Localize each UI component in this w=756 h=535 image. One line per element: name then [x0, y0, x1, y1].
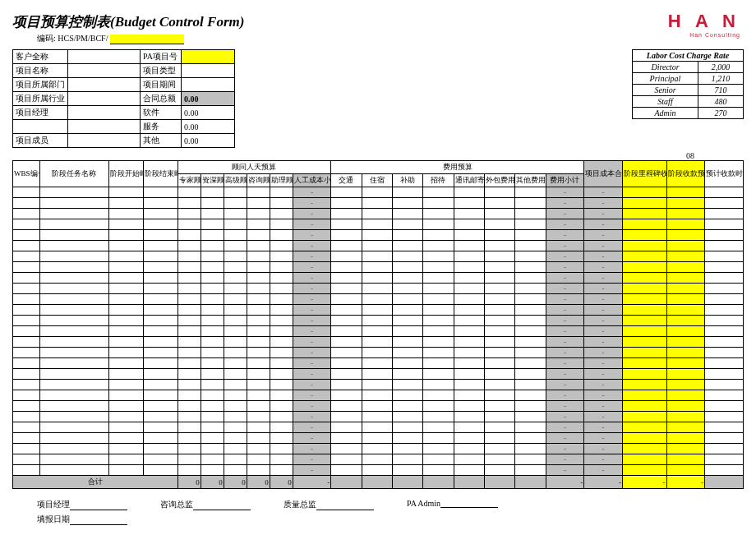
- cell[interactable]: [622, 422, 666, 433]
- cell[interactable]: [331, 294, 362, 305]
- cell[interactable]: [224, 326, 247, 337]
- cell[interactable]: [484, 380, 514, 390]
- cell[interactable]: [108, 358, 143, 369]
- cell[interactable]: [705, 433, 744, 444]
- cell[interactable]: [515, 412, 546, 422]
- cell[interactable]: [622, 219, 666, 230]
- cell[interactable]: [484, 369, 514, 380]
- cell[interactable]: [423, 412, 454, 422]
- cell[interactable]: [454, 380, 484, 390]
- cell[interactable]: [484, 390, 514, 401]
- cell[interactable]: [224, 412, 247, 422]
- cell[interactable]: [108, 337, 143, 348]
- cell[interactable]: [143, 273, 177, 284]
- cell[interactable]: [392, 433, 422, 444]
- cell[interactable]: [622, 433, 666, 444]
- cell[interactable]: [143, 390, 177, 401]
- cell[interactable]: [622, 209, 666, 219]
- cell[interactable]: [331, 422, 362, 433]
- cell[interactable]: [515, 465, 546, 476]
- cell[interactable]: [392, 401, 422, 412]
- cell[interactable]: [515, 294, 546, 305]
- cell[interactable]: [201, 412, 224, 422]
- cell[interactable]: [143, 219, 177, 230]
- cell[interactable]: [270, 230, 293, 241]
- cell[interactable]: [39, 251, 108, 262]
- cell[interactable]: [143, 422, 177, 433]
- cell[interactable]: [224, 401, 247, 412]
- cell[interactable]: [13, 273, 40, 284]
- cell[interactable]: [392, 294, 422, 305]
- cell[interactable]: [39, 337, 108, 348]
- cell[interactable]: [224, 262, 247, 273]
- cell[interactable]: [108, 444, 143, 454]
- cell[interactable]: [515, 337, 546, 348]
- cell[interactable]: [201, 433, 224, 444]
- info-value2[interactable]: [182, 78, 235, 92]
- cell[interactable]: [622, 465, 666, 476]
- cell[interactable]: [484, 348, 514, 358]
- cell[interactable]: [622, 390, 666, 401]
- cell[interactable]: [362, 369, 392, 380]
- cell[interactable]: [515, 251, 546, 262]
- cell[interactable]: [177, 209, 201, 219]
- cell[interactable]: [177, 273, 201, 284]
- cell[interactable]: [177, 348, 201, 358]
- cell[interactable]: [177, 465, 201, 476]
- cell[interactable]: [392, 358, 422, 369]
- cell[interactable]: [705, 454, 744, 465]
- cell[interactable]: [13, 230, 40, 241]
- cell[interactable]: [13, 390, 40, 401]
- cell[interactable]: [666, 241, 705, 251]
- cell[interactable]: [666, 369, 705, 380]
- cell[interactable]: [331, 241, 362, 251]
- cell[interactable]: [177, 369, 201, 380]
- cell[interactable]: [392, 454, 422, 465]
- cell[interactable]: [108, 209, 143, 219]
- cell[interactable]: [13, 251, 40, 262]
- cell[interactable]: [143, 198, 177, 209]
- cell[interactable]: [423, 454, 454, 465]
- cell[interactable]: [270, 262, 293, 273]
- cell[interactable]: [666, 284, 705, 294]
- cell[interactable]: [143, 187, 177, 198]
- cell[interactable]: [362, 454, 392, 465]
- cell[interactable]: [201, 294, 224, 305]
- cell[interactable]: [515, 433, 546, 444]
- cell[interactable]: [705, 273, 744, 284]
- cell[interactable]: [423, 444, 454, 454]
- cell[interactable]: [454, 401, 484, 412]
- cell[interactable]: [39, 348, 108, 358]
- cell[interactable]: [177, 412, 201, 422]
- cell[interactable]: [362, 326, 392, 337]
- cell[interactable]: [331, 454, 362, 465]
- cell[interactable]: [392, 422, 422, 433]
- cell[interactable]: [201, 337, 224, 348]
- cell[interactable]: [143, 241, 177, 251]
- cell[interactable]: [331, 337, 362, 348]
- cell[interactable]: [270, 209, 293, 219]
- cell[interactable]: [13, 369, 40, 380]
- cell[interactable]: [177, 241, 201, 251]
- cell[interactable]: [705, 369, 744, 380]
- cell[interactable]: [454, 198, 484, 209]
- cell[interactable]: [362, 390, 392, 401]
- cell[interactable]: [247, 187, 270, 198]
- cell[interactable]: [705, 305, 744, 316]
- cell[interactable]: [247, 305, 270, 316]
- cell[interactable]: [331, 444, 362, 454]
- cell[interactable]: [515, 198, 546, 209]
- cell[interactable]: [392, 273, 422, 284]
- cell[interactable]: [247, 444, 270, 454]
- cell[interactable]: [224, 454, 247, 465]
- cell[interactable]: [224, 230, 247, 241]
- cell[interactable]: [177, 337, 201, 348]
- cell[interactable]: [423, 316, 454, 326]
- cell[interactable]: [270, 454, 293, 465]
- cell[interactable]: [705, 316, 744, 326]
- cell[interactable]: [247, 337, 270, 348]
- cell[interactable]: [108, 348, 143, 358]
- cell[interactable]: [247, 241, 270, 251]
- cell[interactable]: [423, 337, 454, 348]
- cell[interactable]: [13, 444, 40, 454]
